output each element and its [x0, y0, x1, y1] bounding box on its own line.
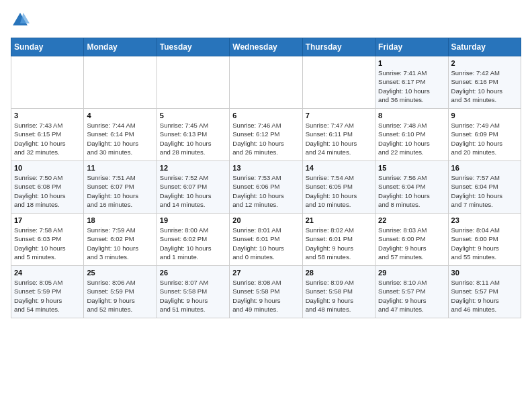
calendar-cell: 20Sunrise: 8:01 AM Sunset: 6:01 PM Dayli… [230, 214, 302, 266]
calendar-cell: 15Sunrise: 7:56 AM Sunset: 6:04 PM Dayli… [375, 161, 448, 214]
calendar-cell: 24Sunrise: 8:05 AM Sunset: 5:59 PM Dayli… [11, 266, 84, 318]
calendar-cell: 19Sunrise: 8:00 AM Sunset: 6:02 PM Dayli… [157, 214, 229, 266]
column-header-wednesday: Wednesday [230, 38, 302, 56]
day-info: Sunrise: 8:11 AM Sunset: 5:57 PM Dayligh… [451, 278, 518, 314]
day-info: Sunrise: 8:02 AM Sunset: 6:01 PM Dayligh… [306, 226, 372, 261]
day-info: Sunrise: 8:06 AM Sunset: 5:59 PM Dayligh… [87, 278, 153, 314]
calendar-cell: 9Sunrise: 7:49 AM Sunset: 6:09 PM Daylig… [448, 109, 521, 161]
day-info: Sunrise: 7:44 AM Sunset: 6:14 PM Dayligh… [87, 121, 153, 156]
day-info: Sunrise: 8:05 AM Sunset: 5:59 PM Dayligh… [14, 278, 81, 314]
calendar-cell: 23Sunrise: 8:04 AM Sunset: 6:00 PM Dayli… [448, 214, 521, 266]
calendar-table: SundayMondayTuesdayWednesdayThursdayFrid… [11, 38, 521, 318]
day-number: 20 [232, 216, 299, 224]
day-number: 4 [87, 111, 153, 120]
day-number: 9 [451, 111, 518, 120]
calendar-header: SundayMondayTuesdayWednesdayThursdayFrid… [11, 38, 521, 56]
calendar-cell: 29Sunrise: 8:10 AM Sunset: 5:57 PM Dayli… [375, 266, 448, 318]
calendar-cell [302, 56, 375, 109]
calendar-cell: 11Sunrise: 7:51 AM Sunset: 6:07 PM Dayli… [84, 161, 157, 214]
day-number: 2 [451, 59, 518, 67]
calendar-cell: 12Sunrise: 7:52 AM Sunset: 6:07 PM Dayli… [157, 161, 229, 214]
calendar-cell: 3Sunrise: 7:43 AM Sunset: 6:15 PM Daylig… [11, 109, 84, 161]
day-number: 19 [160, 216, 226, 224]
calendar-body: 1Sunrise: 7:41 AM Sunset: 6:17 PM Daylig… [11, 56, 521, 318]
day-info: Sunrise: 7:43 AM Sunset: 6:15 PM Dayligh… [14, 121, 81, 156]
column-header-saturday: Saturday [448, 38, 521, 56]
day-info: Sunrise: 7:47 AM Sunset: 6:11 PM Dayligh… [306, 121, 372, 156]
day-info: Sunrise: 8:01 AM Sunset: 6:01 PM Dayligh… [232, 226, 299, 261]
calendar-cell [84, 56, 157, 109]
day-info: Sunrise: 8:10 AM Sunset: 5:57 PM Dayligh… [378, 278, 445, 314]
day-info: Sunrise: 7:53 AM Sunset: 6:06 PM Dayligh… [232, 173, 299, 209]
day-number: 29 [378, 269, 445, 277]
calendar-cell: 22Sunrise: 8:03 AM Sunset: 6:00 PM Dayli… [375, 214, 448, 266]
calendar-cell: 8Sunrise: 7:48 AM Sunset: 6:10 PM Daylig… [375, 109, 448, 161]
calendar-week-2: 10Sunrise: 7:50 AM Sunset: 6:08 PM Dayli… [11, 161, 521, 214]
day-number: 21 [306, 216, 372, 224]
column-header-monday: Monday [84, 38, 157, 56]
day-number: 23 [451, 216, 518, 224]
page-header [11, 11, 521, 30]
day-info: Sunrise: 8:04 AM Sunset: 6:00 PM Dayligh… [451, 226, 518, 261]
day-number: 6 [232, 111, 299, 120]
calendar-cell: 5Sunrise: 7:45 AM Sunset: 6:13 PM Daylig… [157, 109, 229, 161]
calendar-cell: 2Sunrise: 7:42 AM Sunset: 6:16 PM Daylig… [448, 56, 521, 109]
logo [11, 11, 32, 30]
day-info: Sunrise: 7:48 AM Sunset: 6:10 PM Dayligh… [378, 121, 445, 156]
day-number: 7 [306, 111, 372, 120]
column-header-tuesday: Tuesday [157, 38, 229, 56]
day-info: Sunrise: 7:56 AM Sunset: 6:04 PM Dayligh… [378, 173, 445, 209]
day-info: Sunrise: 7:54 AM Sunset: 6:05 PM Dayligh… [306, 173, 372, 209]
day-number: 26 [160, 269, 226, 277]
day-number: 22 [378, 216, 445, 224]
calendar-cell [11, 56, 84, 109]
day-info: Sunrise: 7:46 AM Sunset: 6:12 PM Dayligh… [232, 121, 299, 156]
logo-icon [11, 11, 30, 30]
day-info: Sunrise: 7:52 AM Sunset: 6:07 PM Dayligh… [160, 173, 226, 209]
calendar-cell: 21Sunrise: 8:02 AM Sunset: 6:01 PM Dayli… [302, 214, 375, 266]
day-number: 24 [14, 269, 81, 277]
calendar-cell: 18Sunrise: 7:59 AM Sunset: 6:02 PM Dayli… [84, 214, 157, 266]
day-number: 30 [451, 269, 518, 277]
day-info: Sunrise: 8:08 AM Sunset: 5:58 PM Dayligh… [232, 278, 299, 314]
calendar-cell: 17Sunrise: 7:58 AM Sunset: 6:03 PM Dayli… [11, 214, 84, 266]
calendar-cell: 1Sunrise: 7:41 AM Sunset: 6:17 PM Daylig… [375, 56, 448, 109]
calendar-week-1: 3Sunrise: 7:43 AM Sunset: 6:15 PM Daylig… [11, 109, 521, 161]
day-number: 11 [87, 164, 153, 172]
day-number: 15 [378, 164, 445, 172]
day-number: 17 [14, 216, 81, 224]
day-info: Sunrise: 8:09 AM Sunset: 5:58 PM Dayligh… [306, 278, 372, 314]
column-header-friday: Friday [375, 38, 448, 56]
day-info: Sunrise: 7:41 AM Sunset: 6:17 PM Dayligh… [378, 68, 445, 104]
day-info: Sunrise: 7:57 AM Sunset: 6:04 PM Dayligh… [451, 173, 518, 209]
day-info: Sunrise: 7:49 AM Sunset: 6:09 PM Dayligh… [451, 121, 518, 156]
calendar-cell: 14Sunrise: 7:54 AM Sunset: 6:05 PM Dayli… [302, 161, 375, 214]
day-number: 12 [160, 164, 226, 172]
day-info: Sunrise: 8:00 AM Sunset: 6:02 PM Dayligh… [160, 226, 226, 261]
day-info: Sunrise: 7:50 AM Sunset: 6:08 PM Dayligh… [14, 173, 81, 209]
calendar-cell: 10Sunrise: 7:50 AM Sunset: 6:08 PM Dayli… [11, 161, 84, 214]
day-number: 16 [451, 164, 518, 172]
day-info: Sunrise: 7:51 AM Sunset: 6:07 PM Dayligh… [87, 173, 153, 209]
day-info: Sunrise: 7:45 AM Sunset: 6:13 PM Dayligh… [160, 121, 226, 156]
calendar-cell [157, 56, 229, 109]
calendar-cell: 25Sunrise: 8:06 AM Sunset: 5:59 PM Dayli… [84, 266, 157, 318]
calendar-week-4: 24Sunrise: 8:05 AM Sunset: 5:59 PM Dayli… [11, 266, 521, 318]
day-number: 27 [232, 269, 299, 277]
day-number: 1 [378, 59, 445, 67]
day-number: 3 [14, 111, 81, 120]
calendar-week-0: 1Sunrise: 7:41 AM Sunset: 6:17 PM Daylig… [11, 56, 521, 109]
calendar-cell: 27Sunrise: 8:08 AM Sunset: 5:58 PM Dayli… [230, 266, 302, 318]
day-number: 13 [232, 164, 299, 172]
day-info: Sunrise: 7:58 AM Sunset: 6:03 PM Dayligh… [14, 226, 81, 261]
calendar-cell: 7Sunrise: 7:47 AM Sunset: 6:11 PM Daylig… [302, 109, 375, 161]
calendar-cell: 4Sunrise: 7:44 AM Sunset: 6:14 PM Daylig… [84, 109, 157, 161]
column-header-sunday: Sunday [11, 38, 84, 56]
calendar-cell: 28Sunrise: 8:09 AM Sunset: 5:58 PM Dayli… [302, 266, 375, 318]
day-number: 5 [160, 111, 226, 120]
calendar-cell: 6Sunrise: 7:46 AM Sunset: 6:12 PM Daylig… [230, 109, 302, 161]
day-number: 14 [306, 164, 372, 172]
day-info: Sunrise: 7:42 AM Sunset: 6:16 PM Dayligh… [451, 68, 518, 104]
day-number: 18 [87, 216, 153, 224]
day-info: Sunrise: 8:03 AM Sunset: 6:00 PM Dayligh… [378, 226, 445, 261]
